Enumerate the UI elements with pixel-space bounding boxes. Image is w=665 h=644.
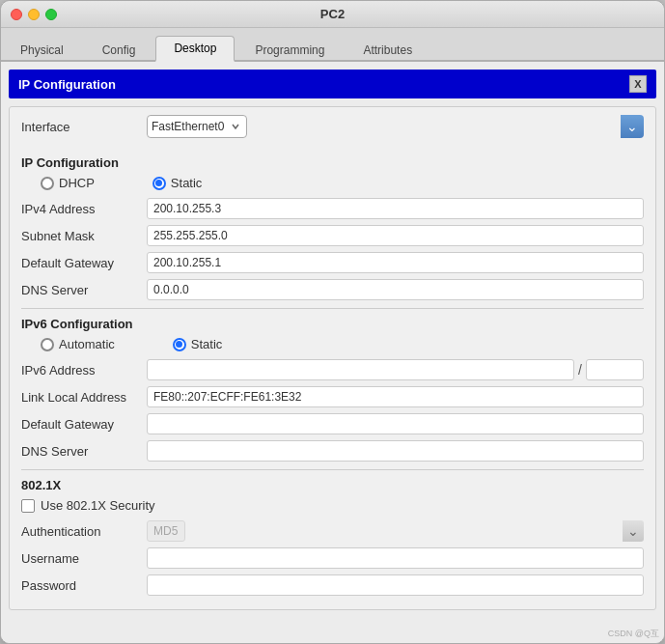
ipv4-radio-row: DHCP Static [21,176,644,190]
default-gateway-label: Default Gateway [21,256,147,270]
automatic-radio-option[interactable]: Automatic [41,337,115,351]
link-local-label: Link Local Address [21,390,147,405]
dhcp-radio-label: DHCP [59,176,95,190]
ipv6-dns-row: DNS Server [21,440,644,462]
subnet-mask-label: Subnet Mask [21,229,147,243]
subnet-mask-input[interactable] [147,225,644,246]
ipv4-address-input[interactable] [147,198,644,219]
main-content: IP Configuration X Interface FastEtherne… [1,62,664,643]
window-title: PC2 [320,7,345,21]
ip-config-header-title: IP Configuration [18,77,116,92]
ipv6-address-label: IPv6 Address [21,363,147,378]
username-label: Username [21,551,147,566]
ipv6-radio-row: Automatic Static [21,337,644,351]
ipv6-static-radio-option[interactable]: Static [173,337,223,351]
ipv6-gateway-row: Default Gateway [21,413,644,434]
ipv4-ipv6-divider [21,308,644,309]
automatic-radio-btn[interactable] [41,338,54,351]
form-area: Interface FastEthernet0 IP Configuration… [9,106,656,610]
auth-select-wrapper: MD5 [147,520,644,542]
ipv6-address-row: IPv6 Address / [21,359,644,380]
ipv6-gateway-label: Default Gateway [21,417,147,432]
watermark: CSDN @Q互 [608,628,659,640]
ipv6-dot1x-divider [21,469,644,470]
interface-select[interactable]: FastEthernet0 [147,115,247,138]
ip-config-section-title: IP Configuration [21,155,644,170]
subnet-mask-row: Subnet Mask [21,225,644,246]
authentication-row: Authentication MD5 [21,520,644,542]
ipv6-static-radio-btn[interactable] [173,338,186,351]
automatic-radio-label: Automatic [59,337,115,351]
password-row: Password [21,574,644,596]
interface-label: Interface [21,120,147,134]
dhcp-radio-btn[interactable] [41,177,54,190]
username-input[interactable] [147,547,644,569]
maximize-traffic-light[interactable] [45,9,57,20]
static-radio-btn[interactable] [152,177,166,190]
default-gateway-row: Default Gateway [21,252,644,273]
auth-select[interactable]: MD5 [147,520,185,542]
title-bar: PC2 [1,1,664,28]
interface-select-wrapper: FastEthernet0 [147,115,644,138]
interface-row: Interface FastEthernet0 [21,115,644,146]
ipv6-gateway-input[interactable] [147,413,644,434]
ip-config-close-button[interactable]: X [629,75,647,93]
static-radio-option[interactable]: Static [152,176,203,190]
tab-config[interactable]: Config [84,38,154,62]
ipv4-address-row: IPv4 Address [21,198,644,219]
traffic-lights [11,9,57,20]
authentication-label: Authentication [21,524,147,539]
link-local-row: Link Local Address [21,386,644,407]
dhcp-radio-option[interactable]: DHCP [41,176,95,190]
tab-physical[interactable]: Physical [2,38,82,62]
tab-desktop[interactable]: Desktop [155,36,235,62]
username-row: Username [21,547,644,569]
ipv6-prefix-input[interactable] [586,359,644,380]
dns-server-input[interactable] [147,279,644,300]
dns-server-label: DNS Server [21,283,147,297]
static-radio-label: Static [171,176,203,190]
close-traffic-light[interactable] [11,9,22,20]
ipv6-config-section-title: IPv6 Configuration [21,317,644,331]
minimize-traffic-light[interactable] [28,9,40,20]
auth-select-arrow-icon [623,520,644,542]
tab-bar: Physical Config Desktop Programming Attr… [1,28,664,62]
default-gateway-input[interactable] [147,252,644,273]
use-dot1x-row: Use 802.1X Security [21,498,644,513]
ipv6-address-input[interactable] [147,359,574,380]
password-input[interactable] [147,574,644,596]
use-dot1x-label: Use 802.1X Security [41,498,155,513]
dns-server-row: DNS Server [21,279,644,300]
ipv6-dns-label: DNS Server [21,444,147,459]
ipv6-dns-input[interactable] [147,440,644,462]
tab-programming[interactable]: Programming [236,38,343,62]
window: PC2 Physical Config Desktop Programming … [0,0,665,644]
tab-attributes[interactable]: Attributes [345,38,430,62]
password-label: Password [21,578,147,593]
ipv6-static-radio-label: Static [191,337,223,351]
ipv4-address-label: IPv4 Address [21,202,147,216]
interface-select-arrow-icon [621,115,644,138]
ipv6-addr-input-group: / [147,359,644,380]
ip-config-header: IP Configuration X [9,70,656,98]
slash-divider: / [578,362,582,378]
dot1x-section-title: 802.1X [21,478,644,492]
link-local-input[interactable] [147,386,644,407]
use-dot1x-checkbox[interactable] [21,499,35,513]
